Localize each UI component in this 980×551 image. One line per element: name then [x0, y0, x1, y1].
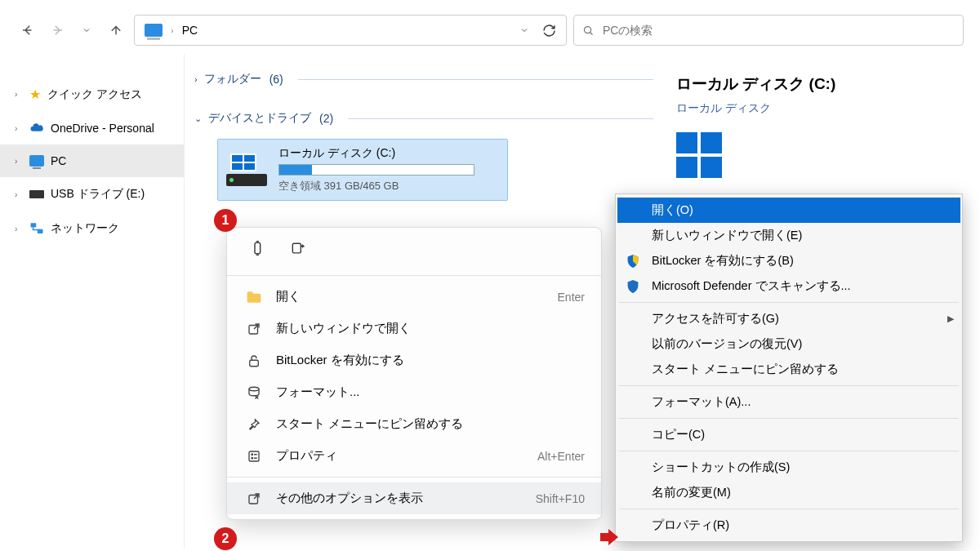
menu-shortcut: Shift+F10 — [536, 492, 585, 505]
group-folders[interactable]: › フォルダー (6) — [193, 67, 655, 91]
expand-chevron-icon[interactable]: › — [15, 224, 23, 233]
annotation-badge-1: 1 — [214, 209, 237, 232]
chevron-right-icon: › — [194, 74, 198, 84]
cloud-icon — [29, 122, 44, 134]
addr-dropdown[interactable] — [512, 25, 537, 35]
nav-up-button[interactable] — [105, 19, 127, 42]
nav-recent-dropdown[interactable] — [75, 19, 98, 42]
more-options-icon — [245, 491, 263, 506]
chevron-right-icon: › — [171, 25, 174, 35]
search-box[interactable] — [573, 15, 964, 46]
group-drives[interactable]: ⌄ デバイスとドライブ (2) — [193, 106, 655, 131]
svg-point-0 — [585, 26, 591, 33]
ctx2-create-shortcut[interactable]: ショートカットの作成(S) — [617, 455, 960, 480]
ctx-format[interactable]: フォーマット... — [227, 376, 601, 408]
menu-label: コピー(C) — [652, 427, 954, 442]
refresh-button[interactable] — [537, 24, 561, 38]
ctx-more-options[interactable]: その他のオプションを表示 Shift+F10 — [227, 482, 601, 514]
details-title: ローカル ディスク (C:) — [676, 73, 967, 95]
menu-shortcut: Alt+Enter — [537, 450, 585, 463]
nav-back-button[interactable] — [16, 19, 39, 42]
menu-label: 名前の変更(M) — [652, 485, 954, 500]
menu-label: BitLocker を有効にする(B) — [652, 253, 954, 269]
sidebar-item-network[interactable]: › ネットワーク — [0, 211, 184, 246]
ctx2-pin-start[interactable]: スタート メニューにピン留めする — [617, 357, 960, 382]
menu-label: プロパティ — [276, 448, 524, 464]
menu-label: Microsoft Defender でスキャンする... — [652, 278, 954, 294]
shield-defender-icon — [624, 279, 642, 294]
ctx-open[interactable]: 開く Enter — [227, 281, 601, 313]
annotation-arrow-icon — [600, 529, 618, 545]
menu-shortcut: Enter — [558, 291, 585, 304]
nav-forward-button[interactable] — [46, 19, 69, 42]
sidebar-item-label: ネットワーク — [51, 221, 119, 236]
svg-point-7 — [249, 387, 259, 391]
menu-label: スタート メニューにピン留めする — [276, 416, 572, 432]
drive-name: ローカル ディスク (C:) — [278, 146, 474, 161]
ctx2-copy[interactable]: コピー(C) — [617, 422, 960, 447]
menu-label: アクセスを許可する(G) — [652, 311, 938, 327]
group-count: (2) — [319, 112, 333, 125]
ctx2-properties[interactable]: プロパティ(R) — [617, 513, 960, 538]
drive-item-c[interactable]: ローカル ディスク (C:) 空き領域 391 GB/465 GB — [217, 139, 508, 201]
ctx2-format[interactable]: フォーマット(A)... — [617, 389, 960, 415]
navigation-bar: › PC — [0, 0, 980, 54]
svg-rect-1 — [31, 223, 37, 227]
ctx2-defender-scan[interactable]: Microsoft Defender でスキャンする... — [617, 273, 960, 299]
search-icon — [582, 24, 595, 37]
group-count: (6) — [270, 73, 283, 86]
rename-icon-button[interactable] — [248, 238, 270, 259]
drive-free-label: 空き領域 391 GB/465 GB — [278, 179, 474, 193]
sidebar-item-label: クイック アクセス — [47, 87, 142, 102]
expand-chevron-icon[interactable]: › — [15, 190, 23, 199]
svg-rect-3 — [255, 242, 261, 253]
nav-tree: › ★ クイック アクセス › OneDrive - Personal › PC… — [0, 54, 184, 548]
eject-icon-button[interactable] — [287, 238, 309, 259]
local-disk-icon — [226, 153, 267, 186]
search-input[interactable] — [603, 24, 955, 37]
ctx-pin-start[interactable]: スタート メニューにピン留めする — [227, 408, 601, 440]
svg-rect-6 — [250, 360, 259, 367]
expand-chevron-icon[interactable]: › — [15, 124, 23, 133]
ctx-open-new-window[interactable]: 新しいウィンドウで開く — [227, 313, 601, 344]
format-icon — [245, 385, 263, 400]
ctx2-open-new-window[interactable]: 新しいウィンドウで開く(E) — [617, 223, 960, 248]
ctx2-restore-previous[interactable]: 以前のバージョンの復元(V) — [617, 331, 960, 357]
ctx2-rename[interactable]: 名前の変更(M) — [617, 480, 960, 505]
sidebar-item-usb[interactable]: › USB ドライブ (E:) — [0, 177, 184, 211]
ctx2-open[interactable]: 開く(O) — [617, 198, 960, 223]
sidebar-item-label: OneDrive - Personal — [51, 122, 154, 135]
ctx2-bitlocker[interactable]: BitLocker を有効にする(B) — [617, 248, 960, 273]
annotation-badge-2: 2 — [214, 527, 237, 550]
pc-icon — [29, 155, 44, 167]
properties-icon — [245, 449, 263, 464]
ctx-properties[interactable]: プロパティ Alt+Enter — [227, 440, 601, 472]
ctx-bitlocker[interactable]: BitLocker を有効にする — [227, 344, 601, 376]
expand-chevron-icon[interactable]: › — [15, 90, 23, 99]
sidebar-item-label: USB ドライブ (E:) — [51, 187, 145, 202]
usb-drive-icon — [29, 190, 44, 198]
divider — [619, 451, 959, 451]
context-menu-modern: 開く Enter 新しいウィンドウで開く BitLocker を有効にする フォ… — [226, 227, 602, 520]
svg-rect-4 — [292, 243, 301, 253]
menu-label: ショートカットの作成(S) — [652, 460, 954, 475]
sidebar-item-onedrive[interactable]: › OneDrive - Personal — [0, 112, 184, 144]
svg-point-10 — [252, 457, 253, 459]
sidebar-item-pc[interactable]: › PC — [0, 144, 184, 177]
network-icon — [29, 222, 44, 235]
open-external-icon — [245, 322, 263, 336]
lock-icon — [245, 353, 263, 368]
breadcrumb-label[interactable]: PC — [182, 24, 198, 37]
folder-icon — [245, 290, 263, 304]
menu-label: プロパティ(R) — [652, 518, 954, 533]
group-label: デバイスとドライブ — [208, 111, 311, 126]
pc-icon — [145, 24, 163, 37]
details-subtitle: ローカル ディスク — [676, 101, 967, 116]
divider — [619, 385, 959, 386]
divider — [619, 509, 959, 509]
group-label: フォルダー — [204, 72, 261, 87]
sidebar-item-quick-access[interactable]: › ★ クイック アクセス — [0, 77, 184, 112]
expand-chevron-icon[interactable]: › — [15, 157, 23, 166]
address-bar[interactable]: › PC — [134, 15, 567, 46]
ctx2-give-access[interactable]: アクセスを許可する(G)▶ — [617, 306, 960, 331]
